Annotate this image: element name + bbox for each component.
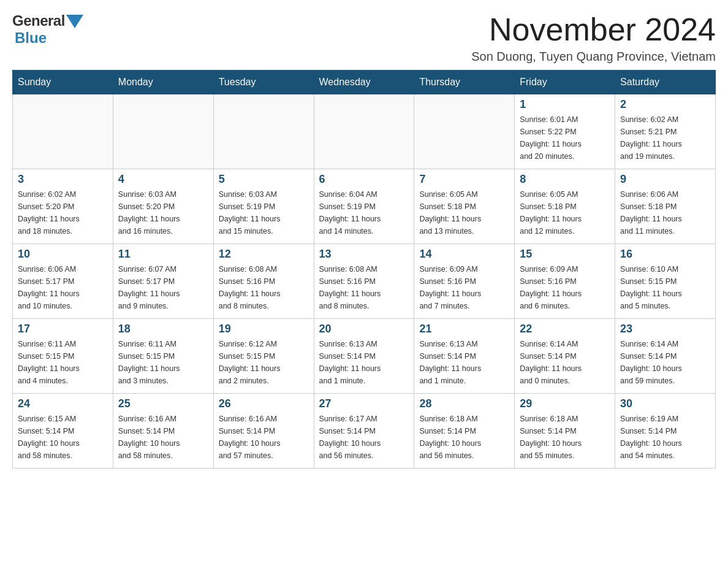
calendar-table: Sunday Monday Tuesday Wednesday Thursday… (12, 70, 716, 469)
header-thursday: Thursday (414, 71, 515, 94)
calendar-day-cell: 28Sunrise: 6:18 AM Sunset: 5:14 PM Dayli… (414, 394, 515, 469)
logo-general-text: General (12, 12, 65, 29)
calendar-day-cell (414, 94, 515, 169)
calendar-day-cell: 4Sunrise: 6:03 AM Sunset: 5:20 PM Daylig… (113, 169, 213, 244)
day-info: Sunrise: 6:14 AM Sunset: 5:14 PM Dayligh… (620, 338, 710, 387)
calendar-week-row: 24Sunrise: 6:15 AM Sunset: 5:14 PM Dayli… (13, 394, 716, 469)
day-info: Sunrise: 6:08 AM Sunset: 5:16 PM Dayligh… (319, 263, 409, 312)
location-subtitle: Son Duong, Tuyen Quang Province, Vietnam (471, 50, 716, 64)
day-info: Sunrise: 6:18 AM Sunset: 5:14 PM Dayligh… (520, 413, 610, 462)
day-number: 8 (520, 173, 610, 186)
calendar-day-cell: 20Sunrise: 6:13 AM Sunset: 5:14 PM Dayli… (314, 319, 414, 394)
calendar-day-cell: 22Sunrise: 6:14 AM Sunset: 5:14 PM Dayli… (515, 319, 615, 394)
day-info: Sunrise: 6:14 AM Sunset: 5:14 PM Dayligh… (520, 338, 610, 387)
day-info: Sunrise: 6:19 AM Sunset: 5:14 PM Dayligh… (620, 413, 710, 462)
day-info: Sunrise: 6:03 AM Sunset: 5:19 PM Dayligh… (219, 188, 309, 237)
day-info: Sunrise: 6:05 AM Sunset: 5:18 PM Dayligh… (520, 188, 610, 237)
weekday-header-row: Sunday Monday Tuesday Wednesday Thursday… (13, 71, 716, 94)
day-info: Sunrise: 6:11 AM Sunset: 5:15 PM Dayligh… (18, 338, 108, 387)
day-info: Sunrise: 6:15 AM Sunset: 5:14 PM Dayligh… (18, 413, 108, 462)
day-info: Sunrise: 6:04 AM Sunset: 5:19 PM Dayligh… (319, 188, 409, 237)
day-number: 11 (118, 248, 208, 261)
day-info: Sunrise: 6:12 AM Sunset: 5:15 PM Dayligh… (219, 338, 309, 387)
calendar-day-cell: 27Sunrise: 6:17 AM Sunset: 5:14 PM Dayli… (314, 394, 414, 469)
day-info: Sunrise: 6:18 AM Sunset: 5:14 PM Dayligh… (419, 413, 509, 462)
day-number: 26 (219, 397, 309, 410)
calendar-day-cell (314, 94, 414, 169)
day-number: 2 (620, 98, 710, 111)
calendar-day-cell: 9Sunrise: 6:06 AM Sunset: 5:18 PM Daylig… (615, 169, 716, 244)
day-number: 5 (219, 173, 309, 186)
page-header: General Blue November 2024 Son Duong, Tu… (12, 12, 716, 64)
day-number: 9 (620, 173, 710, 186)
day-number: 4 (118, 173, 208, 186)
svg-marker-0 (66, 15, 83, 28)
calendar-day-cell: 17Sunrise: 6:11 AM Sunset: 5:15 PM Dayli… (13, 319, 113, 394)
calendar-day-cell: 12Sunrise: 6:08 AM Sunset: 5:16 PM Dayli… (213, 244, 314, 319)
day-number: 6 (319, 173, 409, 186)
day-info: Sunrise: 6:16 AM Sunset: 5:14 PM Dayligh… (219, 413, 309, 462)
calendar-day-cell: 5Sunrise: 6:03 AM Sunset: 5:19 PM Daylig… (213, 169, 314, 244)
day-info: Sunrise: 6:02 AM Sunset: 5:21 PM Dayligh… (620, 113, 710, 163)
day-number: 1 (520, 98, 610, 111)
header-saturday: Saturday (615, 71, 716, 94)
day-number: 29 (520, 397, 610, 410)
day-info: Sunrise: 6:08 AM Sunset: 5:16 PM Dayligh… (219, 263, 309, 312)
day-info: Sunrise: 6:06 AM Sunset: 5:17 PM Dayligh… (18, 263, 108, 312)
calendar-day-cell: 7Sunrise: 6:05 AM Sunset: 5:18 PM Daylig… (414, 169, 515, 244)
day-info: Sunrise: 6:09 AM Sunset: 5:16 PM Dayligh… (520, 263, 610, 312)
day-number: 23 (620, 323, 710, 335)
calendar-week-row: 1Sunrise: 6:01 AM Sunset: 5:22 PM Daylig… (13, 94, 716, 169)
calendar-day-cell: 13Sunrise: 6:08 AM Sunset: 5:16 PM Dayli… (314, 244, 414, 319)
day-info: Sunrise: 6:06 AM Sunset: 5:18 PM Dayligh… (620, 188, 710, 237)
calendar-day-cell: 2Sunrise: 6:02 AM Sunset: 5:21 PM Daylig… (615, 94, 716, 169)
calendar-day-cell: 6Sunrise: 6:04 AM Sunset: 5:19 PM Daylig… (314, 169, 414, 244)
calendar-day-cell: 21Sunrise: 6:13 AM Sunset: 5:14 PM Dayli… (414, 319, 515, 394)
calendar-week-row: 10Sunrise: 6:06 AM Sunset: 5:17 PM Dayli… (13, 244, 716, 319)
calendar-day-cell: 14Sunrise: 6:09 AM Sunset: 5:16 PM Dayli… (414, 244, 515, 319)
calendar-week-row: 17Sunrise: 6:11 AM Sunset: 5:15 PM Dayli… (13, 319, 716, 394)
calendar-body: 1Sunrise: 6:01 AM Sunset: 5:22 PM Daylig… (13, 94, 716, 469)
day-number: 25 (118, 397, 208, 410)
day-number: 13 (319, 248, 409, 261)
logo-blue-text: Blue (15, 29, 47, 46)
title-area: November 2024 Son Duong, Tuyen Quang Pro… (471, 12, 716, 64)
calendar-day-cell (213, 94, 314, 169)
day-number: 20 (319, 323, 409, 335)
logo-arrow-icon (66, 15, 83, 28)
day-info: Sunrise: 6:03 AM Sunset: 5:20 PM Dayligh… (118, 188, 208, 237)
header-monday: Monday (113, 71, 213, 94)
header-sunday: Sunday (13, 71, 113, 94)
calendar-header: Sunday Monday Tuesday Wednesday Thursday… (13, 71, 716, 94)
header-friday: Friday (515, 71, 615, 94)
day-number: 14 (419, 248, 509, 261)
day-number: 12 (219, 248, 309, 261)
calendar-day-cell: 1Sunrise: 6:01 AM Sunset: 5:22 PM Daylig… (515, 94, 615, 169)
day-number: 22 (520, 323, 610, 335)
day-info: Sunrise: 6:13 AM Sunset: 5:14 PM Dayligh… (419, 338, 509, 387)
day-number: 30 (620, 397, 710, 410)
day-number: 3 (18, 173, 108, 186)
day-number: 19 (219, 323, 309, 335)
day-info: Sunrise: 6:10 AM Sunset: 5:15 PM Dayligh… (620, 263, 710, 312)
day-number: 10 (18, 248, 108, 261)
day-number: 15 (520, 248, 610, 261)
calendar-day-cell: 8Sunrise: 6:05 AM Sunset: 5:18 PM Daylig… (515, 169, 615, 244)
calendar-day-cell (113, 94, 213, 169)
header-wednesday: Wednesday (314, 71, 414, 94)
day-number: 17 (18, 323, 108, 335)
month-year-title: November 2024 (471, 12, 716, 47)
day-number: 21 (419, 323, 509, 335)
calendar-day-cell: 18Sunrise: 6:11 AM Sunset: 5:15 PM Dayli… (113, 319, 213, 394)
day-info: Sunrise: 6:17 AM Sunset: 5:14 PM Dayligh… (319, 413, 409, 462)
calendar-week-row: 3Sunrise: 6:02 AM Sunset: 5:20 PM Daylig… (13, 169, 716, 244)
day-number: 27 (319, 397, 409, 410)
day-info: Sunrise: 6:13 AM Sunset: 5:14 PM Dayligh… (319, 338, 409, 387)
day-info: Sunrise: 6:02 AM Sunset: 5:20 PM Dayligh… (18, 188, 108, 237)
calendar-day-cell: 19Sunrise: 6:12 AM Sunset: 5:15 PM Dayli… (213, 319, 314, 394)
day-info: Sunrise: 6:01 AM Sunset: 5:22 PM Dayligh… (520, 113, 610, 163)
day-number: 7 (419, 173, 509, 186)
day-number: 16 (620, 248, 710, 261)
calendar-day-cell: 24Sunrise: 6:15 AM Sunset: 5:14 PM Dayli… (13, 394, 113, 469)
day-info: Sunrise: 6:09 AM Sunset: 5:16 PM Dayligh… (419, 263, 509, 312)
